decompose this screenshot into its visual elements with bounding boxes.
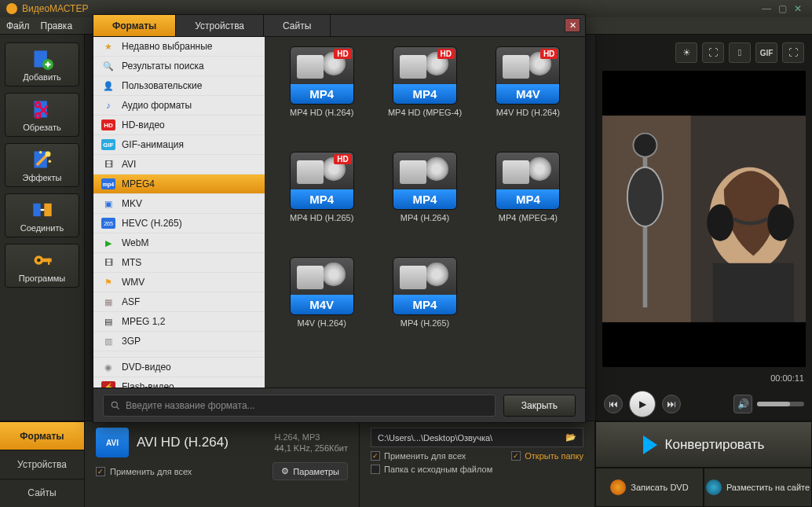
svg-point-12 <box>37 258 41 262</box>
menu-edit[interactable]: Правка <box>41 20 73 31</box>
category-flash[interactable]: ⚡Flash-видео <box>93 377 265 388</box>
apply-all-label-1: Применить для всех <box>110 467 192 476</box>
format-search-input[interactable]: Введите название формата... <box>103 395 496 417</box>
format-card[interactable]: HDMP4MP4 HD (H.265) <box>272 152 371 254</box>
folder-icon[interactable]: 📂 <box>565 432 576 443</box>
convert-button[interactable]: Конвертировать <box>595 421 812 468</box>
svg-point-23 <box>633 134 657 157</box>
camera-icon: MP4 <box>496 152 560 210</box>
svg-point-19 <box>707 204 733 241</box>
dialog-close-x[interactable]: ✕ <box>565 18 580 32</box>
svg-point-8 <box>48 160 51 163</box>
bottom-tab-column: Форматы Устройства Сайты <box>0 421 85 507</box>
tool-cut[interactable]: Обрезать <box>5 93 79 137</box>
category-mpeg[interactable]: ▤MPEG 1,2 <box>93 312 265 332</box>
format-card[interactable]: HDMP4MP4 HD (H.264) <box>272 46 371 149</box>
category-user[interactable]: 👤Пользовательские <box>93 76 265 96</box>
flash-icon: ⚡ <box>101 381 115 388</box>
format-tag: MP4 <box>393 189 456 209</box>
category-note[interactable]: ♪Аудио форматы <box>93 96 265 116</box>
tool-add[interactable]: Добавить <box>5 42 79 86</box>
format-card[interactable]: M4VM4V (H.264) <box>272 257 371 359</box>
btab-devices[interactable]: Устройства <box>0 450 84 478</box>
publish-button[interactable]: Разместить на сайте <box>704 468 812 507</box>
output-panel: C:\Users\...\Desktop\Озвучка\ 📂 ✓ Примен… <box>360 421 595 507</box>
open-folder-checkbox[interactable]: ✓ <box>511 451 521 461</box>
category-mag[interactable]: 🔍Результаты поиска <box>93 57 265 76</box>
mkv-icon: ▣ <box>101 198 115 209</box>
search-icon <box>110 400 121 411</box>
format-card[interactable]: HDMP4MP4 HD (MPEG-4) <box>375 46 474 149</box>
category-webm[interactable]: ▶WebM <box>93 233 265 253</box>
category-dvd[interactable]: ◉DVD-видео <box>93 358 265 377</box>
category-list[interactable]: ★Недавно выбранные🔍Результаты поиска👤Пол… <box>93 37 265 388</box>
fullscreen-button[interactable]: ⛶ <box>782 42 804 63</box>
video-preview[interactable] <box>602 71 806 367</box>
svg-rect-13 <box>42 258 52 262</box>
dialog-tabs: Форматы Устройства Сайты <box>93 15 585 37</box>
minimize-button[interactable]: — <box>759 3 774 14</box>
tool-programs-label: Программы <box>19 274 65 283</box>
dialog-close-button[interactable]: Закрыть <box>503 395 576 417</box>
gif-button[interactable]: GIF <box>755 42 777 63</box>
btab-formats[interactable]: Форматы <box>0 421 84 450</box>
webm-icon: ▶ <box>101 237 115 248</box>
crop-button[interactable]: ⛶ <box>702 42 724 63</box>
play-button[interactable]: ▶ <box>629 391 656 417</box>
format-card[interactable]: MP4MP4 (MPEG-4) <box>479 152 577 254</box>
output-path-row[interactable]: C:\Users\...\Desktop\Озвучка\ 📂 <box>371 428 583 447</box>
speed-button[interactable]: 𖦏 <box>729 42 751 63</box>
volume-button[interactable]: 🔊 <box>733 395 752 413</box>
h265-icon: 265 <box>101 218 115 229</box>
category-gp3[interactable]: ▥3GP <box>93 332 265 351</box>
apply-all-checkbox-2[interactable]: ✓ <box>371 451 380 461</box>
tool-programs[interactable]: Программы <box>5 244 79 288</box>
format-card[interactable]: MP4MP4 (H.264) <box>375 152 474 254</box>
category-gif[interactable]: GIFGIF-анимация <box>93 135 265 155</box>
next-button[interactable]: ⏭ <box>662 395 681 413</box>
camera-icon: HDMP4 <box>290 46 354 105</box>
category-hd[interactable]: HDHD-видео <box>93 116 265 135</box>
format-tag: MP4 <box>496 189 559 209</box>
btab-sites[interactable]: Сайты <box>0 479 84 507</box>
category-wmv[interactable]: ⚑WMV <box>93 273 265 292</box>
category-star[interactable]: ★Недавно выбранные <box>93 37 265 57</box>
menu-file[interactable]: Файл <box>6 20 30 31</box>
burn-dvd-button[interactable]: Записать DVD <box>595 468 704 507</box>
dialog-tab-formats[interactable]: Форматы <box>93 15 176 36</box>
format-card[interactable]: HDM4VM4V HD (H.264) <box>479 46 577 149</box>
dialog-tab-devices[interactable]: Устройства <box>176 15 264 36</box>
add-icon <box>31 48 53 70</box>
source-folder-checkbox[interactable] <box>371 465 380 474</box>
category-mp4[interactable]: mp4MPEG4 <box>93 175 265 194</box>
category-label: Результаты поиска <box>122 61 204 72</box>
tool-join[interactable]: Соединить <box>5 193 79 237</box>
apply-all-checkbox-1[interactable]: ✓ <box>96 467 105 476</box>
brightness-button[interactable]: ☀ <box>675 42 697 63</box>
mpeg-icon: ▤ <box>101 316 115 327</box>
category-mts[interactable]: 🎞MTS <box>93 253 265 273</box>
category-h265[interactable]: 265HEVC (H.265) <box>93 214 265 233</box>
wmv-icon: ⚑ <box>101 277 115 288</box>
volume-slider[interactable] <box>757 402 804 406</box>
dvd-icon: ◉ <box>101 362 115 373</box>
format-card-label: MP4 (H.265) <box>401 318 449 328</box>
category-film[interactable]: 🎞AVI <box>93 155 265 175</box>
disc-icon <box>610 479 626 495</box>
format-summary: AVI AVI HD (H.264) H.264, MP3 44,1 KHz, … <box>85 421 360 507</box>
params-button[interactable]: ⚙ Параметры <box>272 462 348 480</box>
publish-label: Разместить на сайте <box>726 483 810 493</box>
open-folder-label: Открыть папку <box>525 451 583 461</box>
tool-effects[interactable]: Эффекты <box>5 143 79 187</box>
maximize-button[interactable]: ▢ <box>774 3 790 14</box>
format-card[interactable]: MP4MP4 (H.265) <box>375 257 474 359</box>
category-label: Пользовательские <box>122 80 203 91</box>
category-asf[interactable]: ▦ASF <box>93 292 265 312</box>
svg-point-24 <box>112 402 117 407</box>
close-window-button[interactable]: ✕ <box>790 3 806 14</box>
gif-icon: GIF <box>101 139 115 150</box>
category-mkv[interactable]: ▣MKV <box>93 194 265 214</box>
prev-button[interactable]: ⏮ <box>604 395 623 413</box>
dialog-tab-sites[interactable]: Сайты <box>264 15 331 36</box>
camera-icon: M4V <box>290 257 354 315</box>
